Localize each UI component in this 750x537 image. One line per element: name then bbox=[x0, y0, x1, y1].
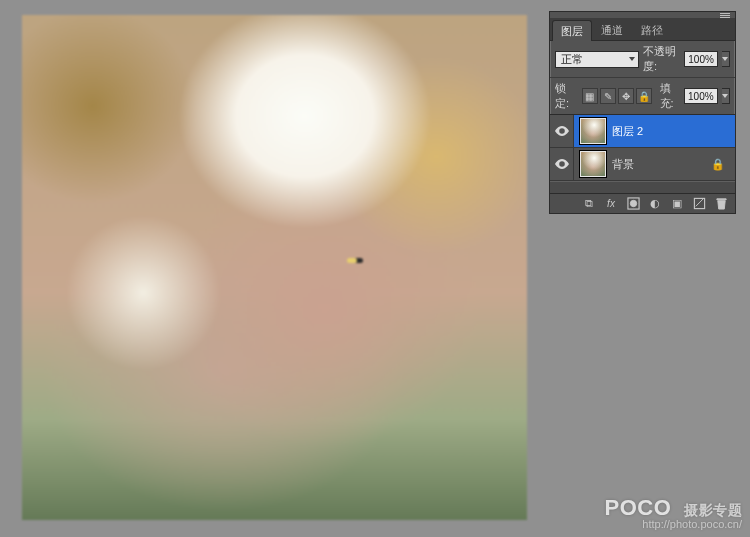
watermark-url: http://photo.poco.cn/ bbox=[605, 519, 742, 531]
watermark-brand: POCO bbox=[605, 495, 672, 520]
lock-icons: ▦ ✎ ✥ 🔒 bbox=[582, 88, 652, 104]
watermark: POCO 摄影专题 http://photo.poco.cn/ bbox=[605, 496, 742, 531]
lock-fill-row: 锁定: ▦ ✎ ✥ 🔒 填充: 100% bbox=[550, 78, 735, 115]
mask-svg bbox=[627, 197, 640, 210]
lock-position-icon[interactable]: ✥ bbox=[618, 88, 634, 104]
panel-menu-icon[interactable] bbox=[717, 13, 733, 18]
layer-bottom-toolbar: ⧉ fx ◐ ▣ bbox=[550, 193, 735, 213]
opacity-input[interactable]: 100% bbox=[684, 51, 718, 67]
visibility-toggle[interactable] bbox=[550, 115, 574, 147]
lock-pixels-icon[interactable]: ✎ bbox=[600, 88, 616, 104]
tab-layers[interactable]: 图层 bbox=[552, 20, 592, 41]
opacity-value: 100% bbox=[688, 54, 714, 65]
fill-stepper[interactable] bbox=[722, 88, 730, 104]
new-svg bbox=[693, 197, 706, 210]
fill-input[interactable]: 100% bbox=[684, 88, 718, 104]
panel-titlebar bbox=[550, 12, 735, 19]
lock-label: 锁定: bbox=[555, 81, 576, 111]
layers-panel: 图层 通道 路径 正常 不透明度: 100% 锁定: ▦ ✎ ✥ 🔒 填充: 1… bbox=[549, 11, 736, 214]
blend-mode-select[interactable]: 正常 bbox=[555, 51, 639, 68]
tab-channels[interactable]: 通道 bbox=[592, 19, 632, 40]
fill-value: 100% bbox=[688, 91, 714, 102]
opacity-label: 不透明度: bbox=[643, 44, 680, 74]
layer-list-empty bbox=[550, 181, 735, 193]
trash-svg bbox=[715, 197, 728, 210]
tab-paths[interactable]: 路径 bbox=[632, 19, 672, 40]
layer-thumbnail[interactable] bbox=[580, 118, 606, 144]
layer-row[interactable]: 背景 🔒 bbox=[550, 148, 735, 181]
layer-row[interactable]: 图层 2 bbox=[550, 115, 735, 148]
layer-list: 图层 2 背景 🔒 bbox=[550, 115, 735, 193]
new-layer-icon[interactable] bbox=[691, 197, 707, 211]
lock-icon: 🔒 bbox=[711, 158, 725, 171]
eye-icon bbox=[555, 126, 569, 136]
mask-icon[interactable] bbox=[625, 197, 641, 211]
link-layers-icon[interactable]: ⧉ bbox=[581, 197, 597, 211]
panel-tabs: 图层 通道 路径 bbox=[550, 19, 735, 41]
group-icon[interactable]: ▣ bbox=[669, 197, 685, 211]
fx-icon[interactable]: fx bbox=[603, 197, 619, 211]
layer-name[interactable]: 图层 2 bbox=[612, 124, 735, 139]
layer-thumbnail[interactable] bbox=[580, 151, 606, 177]
trash-icon[interactable] bbox=[713, 197, 729, 211]
canvas-image[interactable] bbox=[22, 15, 527, 520]
eye-icon bbox=[555, 159, 569, 169]
lock-transparency-icon[interactable]: ▦ bbox=[582, 88, 598, 104]
lock-all-icon[interactable]: 🔒 bbox=[636, 88, 652, 104]
visibility-toggle[interactable] bbox=[550, 148, 574, 180]
blend-opacity-row: 正常 不透明度: 100% bbox=[550, 41, 735, 78]
watermark-suffix: 摄影专题 bbox=[684, 502, 742, 518]
blend-mode-value: 正常 bbox=[561, 52, 583, 67]
layer-name[interactable]: 背景 bbox=[612, 157, 711, 172]
chevron-down-icon bbox=[629, 57, 635, 61]
svg-point-1 bbox=[630, 200, 636, 206]
adjustment-icon[interactable]: ◐ bbox=[647, 197, 663, 211]
svg-rect-2 bbox=[694, 198, 704, 208]
fill-label: 填充: bbox=[660, 81, 681, 111]
opacity-stepper[interactable] bbox=[722, 51, 730, 67]
